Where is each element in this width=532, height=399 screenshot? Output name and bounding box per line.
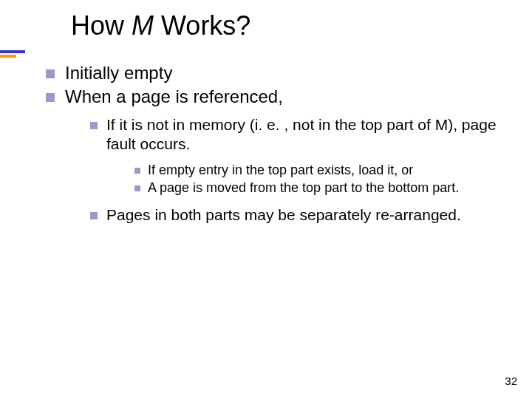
slide: How M Works? Initially empty When a page… [0, 0, 532, 399]
bullet-2-1-1: If empty entry in the top part exists, l… [134, 162, 519, 179]
bullet-2-text: When a page is referenced, [65, 86, 519, 108]
bullet-2-1-1-text: If empty entry in the top part exists, l… [148, 162, 519, 179]
accent-bar-orange [0, 55, 16, 58]
bullet-2-1: If it is not in memory (i. e. , not in t… [90, 115, 519, 154]
bullet-1: Initially empty [46, 62, 519, 84]
title-post: Works? [154, 10, 250, 41]
bullet-2-1-2: A page is moved from the top part to the… [134, 180, 519, 197]
accent-bar-blue [0, 50, 25, 53]
bullet-icon [46, 93, 55, 102]
bullet-icon [134, 185, 140, 191]
title-italic: M [132, 10, 154, 41]
title-accent [0, 50, 25, 58]
bullet-1-text: Initially empty [65, 62, 519, 84]
title-pre: How [71, 10, 132, 41]
bullet-icon [134, 168, 140, 174]
bullet-2: When a page is referenced, [46, 86, 519, 108]
bullet-2-2-text: Pages in both parts may be separately re… [106, 205, 519, 225]
content-area: Initially empty When a page is reference… [46, 62, 519, 226]
bullet-2-1-text: If it is not in memory (i. e. , not in t… [106, 115, 519, 154]
bullet-icon [90, 212, 98, 219]
slide-title: How M Works? [71, 10, 250, 41]
bullet-2-2: Pages in both parts may be separately re… [90, 205, 519, 225]
bullet-2-1-2-text: A page is moved from the top part to the… [148, 180, 519, 197]
page-number: 32 [505, 375, 517, 387]
bullet-icon [46, 69, 55, 78]
bullet-icon [90, 122, 98, 129]
